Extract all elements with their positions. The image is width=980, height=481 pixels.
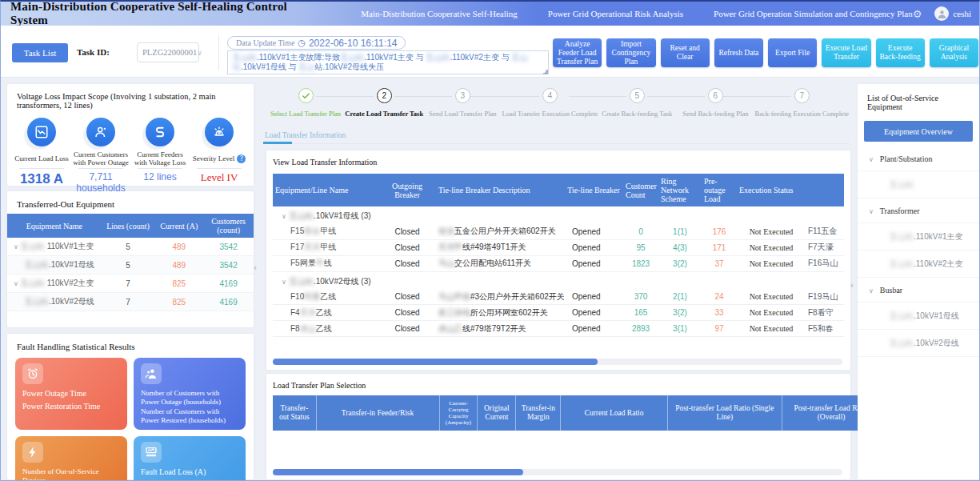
tree-group-transformer[interactable]: ∨Transformer	[858, 198, 979, 223]
view-table-scrollbar[interactable]	[273, 359, 842, 365]
textarea-resize-handle[interactable]	[542, 69, 548, 74]
transferred-out-title: Transferred-Out Equipment	[7, 191, 254, 214]
task-list-button[interactable]: Task List	[12, 43, 68, 62]
plan-table-scrollbar[interactable]	[273, 469, 842, 475]
nav-item-2[interactable]: Power Grid Operation Simulation and Cont…	[714, 9, 913, 18]
fault-description-textarea[interactable]: 五山站.110kV#1主变故障:导致五山站.110kV#1主变 与 五山站.11…	[227, 50, 549, 74]
load-transfer-col-header: Pre-outage Load	[702, 174, 737, 206]
fault-stat-line: Number of Out-of-Service Devices	[22, 467, 120, 481]
nav-item-1[interactable]: Power Grid Operational Risk Analysis	[548, 9, 683, 18]
lightning-icon	[22, 442, 43, 463]
data-update-pill: Data Update Time ◷ 2022-06-10 16:11:14	[227, 36, 406, 50]
table-row[interactable]: F5网景甲线Closed马山交公用配电站611开关Opened18233(2)3…	[273, 255, 844, 271]
table-row[interactable]: ∨五山站 110kV#2主变78254169	[7, 275, 254, 293]
toolbar-button-import-contingency-plan[interactable]: Import Contingency Plan	[606, 38, 655, 67]
help-icon[interactable]: ?	[237, 154, 246, 163]
toolbar-button-analyze-feeder-load-transfer-plan[interactable]: Analyze Feeder Load Transfer Plan	[553, 38, 602, 67]
toolbar-button-reset-and-clear[interactable]: Reset and Clear	[661, 38, 710, 67]
group-row[interactable]: ∨五山站.10kV#1母线 (3)	[273, 206, 844, 224]
outgoing-breaker-cell: Closed	[378, 224, 436, 240]
step-4[interactable]: 4Load Transfer Execution Complete	[502, 88, 598, 118]
toolbar-divider	[218, 35, 219, 70]
customer-count-cell: 165	[623, 305, 658, 321]
plan-table-scroll-thumb[interactable]	[273, 469, 523, 475]
table-row[interactable]: F15联合甲线Closed创业五金公用户外开关箱602开关Opened01(1)…	[273, 224, 844, 240]
feeder-name-cell: F5网景甲线	[273, 255, 378, 271]
table-row[interactable]: 五山站.10kV#1母线54893542	[7, 256, 254, 275]
next-column-cell: F7天濠	[806, 239, 844, 255]
tree-group-plant-substation[interactable]: ∨Plant/Substation	[858, 146, 979, 171]
metric-label-0: Current Load Loss	[12, 150, 71, 166]
chevron-down-icon[interactable]: ∨	[14, 280, 18, 287]
tree-group-busbar[interactable]: ∨Busbar	[858, 278, 979, 303]
step-label: Create Back-feeding Task	[598, 110, 676, 118]
task-id-select[interactable]: PLZG22000001 ∨	[137, 42, 199, 62]
main-nav: Main-Distribution Cooperative Self-Heali…	[361, 9, 912, 18]
toolbar-button-refresh-data[interactable]: Refresh Data	[714, 38, 763, 67]
step-label: Back-feeding Execution Complete	[754, 110, 849, 118]
out-of-service-title: List of Out-of-Service Equipment	[858, 84, 979, 118]
workflow-stepper: Select Load Transfer Plan2Create Load Tr…	[266, 88, 849, 118]
chevron-down-icon: ∨	[869, 156, 874, 163]
customer-count-cell: 95	[623, 239, 658, 255]
plan-col-header: Original Current	[478, 395, 516, 431]
fault-stat-line: Number of Customers with Power Restored …	[141, 407, 238, 424]
chevron-down-icon[interactable]: ∨	[282, 279, 286, 286]
chevron-down-icon[interactable]: ∨	[282, 213, 286, 220]
tree-item[interactable]: 五山站.10kV#2母线	[858, 330, 979, 357]
group-row[interactable]: ∨五山站.10kV#2母线 (3)	[273, 271, 844, 289]
metric-divider	[19, 168, 64, 169]
step-6[interactable]: 6Send Back-feeding Plan	[676, 88, 754, 118]
toolbar-buttons: Analyze Feeder Load Transfer PlanImport …	[553, 38, 978, 67]
table-row[interactable]: F8虎山乙线Closed虎山乙线#79塔79T2开关Opened28933(1)…	[273, 321, 844, 337]
step-2[interactable]: 2Create Load Transfer Task	[345, 88, 423, 118]
app-root: Main-Distribution Cooperative Self-Heali…	[0, 0, 980, 481]
tie-line-desc-cell: 第三供电所公用环网室602开关	[436, 305, 564, 321]
execution-status-cell: Not Executed	[737, 321, 806, 337]
collapse-right-handle[interactable]: ›	[847, 271, 857, 299]
tab-load-transfer-information[interactable]: Load Transfer Information	[263, 129, 347, 143]
feeder-name-cell: F10阿夏乙线	[273, 289, 378, 305]
equipment-overview-button[interactable]: Equipment Overview	[864, 121, 973, 142]
view-table-title: View Load Transfer Information	[266, 150, 850, 170]
pre-outage-load-cell: 97	[702, 321, 737, 337]
step-circle	[298, 88, 314, 103]
customer-count-cell: 2893	[623, 321, 658, 337]
toolbar-button-graphical-analysis[interactable]: Graphical Analysis	[930, 38, 978, 67]
current-cell: 489	[154, 256, 203, 275]
customers-cell: 3542	[203, 256, 254, 275]
tree-item[interactable]: 五山站.110kV#1主变	[858, 223, 979, 251]
fault-stats-grid: Power Outage TimePower Restoration TimeN…	[7, 356, 254, 481]
collapse-left-handle[interactable]: ‹	[250, 254, 260, 281]
chevron-down-icon: ∨	[869, 287, 874, 295]
nav-item-0[interactable]: Main-Distribution Cooperative Self-Heali…	[361, 9, 518, 18]
metric-3: Severity Level?Level IV	[190, 118, 249, 194]
tree-item[interactable]: 五山站.10kV#1母线	[858, 303, 979, 330]
step-circle: 3	[455, 88, 470, 103]
table-row[interactable]: ∨五山站 110kV#1主变54893542	[7, 238, 254, 256]
step-7[interactable]: 7Back-feeding Execution Complete	[754, 88, 849, 118]
gear-icon[interactable]: ⚙	[913, 8, 922, 20]
alarm-clock-icon	[22, 363, 43, 384]
tree-item[interactable]: 五山站.110kV#2主变	[858, 251, 979, 278]
table-row[interactable]: 五山站.10kV#2母线78254169	[7, 293, 254, 311]
table-row[interactable]: F17天河甲线Closed天河甲线#49塔49T1开关Opened954(3)1…	[273, 239, 844, 255]
execution-status-cell: Not Executed	[737, 305, 806, 321]
step-5[interactable]: 5Create Back-feeding Task	[598, 88, 676, 118]
toolbar-button-export-file[interactable]: Export File	[768, 38, 817, 67]
next-column-cell: F16马山	[806, 255, 844, 271]
table-row[interactable]: F4天河乙线Closed第三供电所公用环网室602开关Opened1653(2)…	[273, 305, 844, 321]
step-3[interactable]: 3Send Load Transfer Plan	[423, 88, 502, 118]
group-name-cell: ∨五山站.10kV#1母线 (3)	[273, 206, 844, 224]
user-menu[interactable]: ceshi	[934, 6, 971, 21]
customers-cell: 4169	[203, 293, 254, 311]
chevron-down-icon[interactable]: ∨	[14, 243, 18, 251]
fault-stat-card-1: Number of Customers with Power Outage (h…	[134, 358, 246, 430]
view-table-scroll-thumb[interactable]	[273, 359, 598, 365]
tree-item[interactable]: 五山站	[858, 171, 979, 198]
step-1[interactable]: Select Load Transfer Plan	[266, 88, 345, 118]
toolbar-button-execute-back-feeding[interactable]: Execute Back-feeding	[876, 38, 925, 67]
tie-line-breaker-cell: Opened	[564, 289, 623, 305]
table-row[interactable]: F10阿夏乙线Closed马山甲线#3公用户外开关箱602开关Opened370…	[273, 289, 844, 305]
toolbar-button-execute-load-transfer[interactable]: Execute Load Transfer	[822, 38, 870, 67]
